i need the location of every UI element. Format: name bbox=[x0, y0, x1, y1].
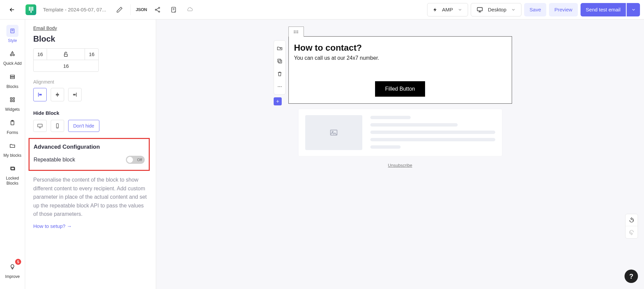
align-right-button[interactable] bbox=[68, 88, 82, 101]
nav-improve[interactable]: 5 Improve bbox=[2, 261, 22, 279]
header: Template - 2024-05-07, 07... JSON AMP De… bbox=[0, 0, 644, 19]
plus-icon bbox=[275, 99, 280, 104]
toggle-knob bbox=[127, 157, 133, 163]
nav-label: Improve bbox=[5, 274, 19, 279]
chevron-down-icon bbox=[631, 7, 636, 12]
redo-button[interactable] bbox=[626, 226, 638, 238]
share-button[interactable] bbox=[151, 3, 164, 16]
content-paragraph[interactable]: You can call us at our 24x7 number. bbox=[292, 55, 508, 61]
canvas: How to contact? You can call us at our 2… bbox=[156, 19, 644, 289]
svg-point-27 bbox=[278, 86, 278, 87]
block-toolbar bbox=[274, 40, 286, 95]
nav-label: Locked Blocks bbox=[2, 176, 22, 186]
send-dropdown-button[interactable] bbox=[627, 3, 640, 16]
cloud-sync-button[interactable] bbox=[183, 3, 196, 16]
unsubscribe-link[interactable]: Unsubscribe bbox=[288, 163, 512, 168]
svg-point-2 bbox=[158, 11, 159, 12]
add-block-button[interactable] bbox=[274, 97, 282, 105]
help-button[interactable]: ? bbox=[625, 270, 638, 283]
svg-rect-25 bbox=[279, 60, 282, 63]
toolbar-more-button[interactable] bbox=[274, 80, 286, 93]
content-heading[interactable]: How to contact? bbox=[292, 40, 508, 55]
selected-block[interactable]: How to contact? You can call us at our 2… bbox=[288, 36, 512, 104]
nav-widgets[interactable]: Widgets bbox=[2, 94, 22, 112]
back-button[interactable] bbox=[4, 2, 20, 18]
advanced-config-highlight: Advanced Configuration Repeatable block … bbox=[29, 138, 150, 171]
svg-rect-4 bbox=[477, 7, 482, 11]
style-panel: Email Body Block 16 16 16 Alignment Hide… bbox=[25, 19, 156, 289]
nav-style[interactable]: Style bbox=[2, 25, 22, 43]
cloud-icon bbox=[186, 6, 193, 13]
mobile-icon bbox=[54, 123, 60, 129]
device-label: Desktop bbox=[488, 7, 506, 12]
nav-forms[interactable]: Forms bbox=[2, 117, 22, 135]
hide-desktop-button[interactable] bbox=[33, 120, 47, 132]
repeatable-row: Repeatable block Off bbox=[34, 156, 145, 164]
desktop-icon bbox=[476, 6, 483, 13]
chevron-down-icon bbox=[458, 7, 462, 12]
chevron-down-icon bbox=[511, 7, 516, 12]
how-to-setup-link[interactable]: How to setup? → bbox=[33, 223, 72, 229]
padding-control: 16 16 16 bbox=[33, 48, 99, 72]
padding-lock-button[interactable] bbox=[47, 49, 85, 60]
copy-icon bbox=[277, 58, 283, 64]
save-button[interactable]: Save bbox=[524, 3, 546, 16]
share-icon bbox=[154, 6, 161, 13]
block-drag-handle[interactable] bbox=[288, 27, 304, 37]
repeatable-toggle[interactable]: Off bbox=[126, 156, 145, 164]
send-test-email-button[interactable]: Send test email bbox=[581, 3, 626, 16]
toggle-state-label: Off bbox=[137, 158, 142, 162]
nav-my-blocks[interactable]: My blocks bbox=[2, 140, 22, 158]
hide-mobile-button[interactable] bbox=[51, 120, 64, 132]
nav-label: Forms bbox=[7, 130, 18, 135]
edit-name-button[interactable] bbox=[113, 3, 126, 16]
bolt-icon bbox=[433, 7, 438, 12]
align-left-icon bbox=[37, 92, 43, 98]
nav-label: Style bbox=[8, 38, 17, 43]
toolbar-copy-button[interactable] bbox=[274, 55, 286, 67]
app-logo bbox=[26, 4, 36, 15]
svg-rect-22 bbox=[38, 124, 42, 127]
panel-title: Block bbox=[33, 34, 148, 44]
content-button[interactable]: Filled Button bbox=[375, 81, 425, 97]
padding-left-input[interactable]: 16 bbox=[34, 49, 47, 60]
dont-hide-button[interactable]: Don't hide bbox=[68, 120, 99, 132]
placeholder-lines bbox=[370, 115, 495, 150]
folder-icon bbox=[9, 143, 15, 149]
svg-rect-26 bbox=[278, 59, 281, 62]
toolbar-move-button[interactable] bbox=[274, 42, 286, 55]
nav-quick-add[interactable]: Quick Add bbox=[2, 48, 22, 66]
align-left-button[interactable] bbox=[33, 88, 47, 101]
shapes-icon bbox=[9, 51, 15, 57]
nav-label: My blocks bbox=[3, 153, 21, 158]
repeatable-label: Repeatable block bbox=[34, 157, 75, 163]
placeholder-block[interactable] bbox=[298, 109, 502, 156]
advanced-config-title: Advanced Configuration bbox=[34, 144, 145, 150]
svg-rect-21 bbox=[73, 94, 76, 96]
padding-bottom-input[interactable]: 16 bbox=[34, 60, 98, 71]
json-button[interactable]: JSON bbox=[135, 3, 148, 16]
align-right-icon bbox=[72, 92, 78, 98]
lightbulb-icon bbox=[9, 264, 15, 270]
undo-icon bbox=[629, 217, 635, 223]
toolbar-delete-button[interactable] bbox=[274, 67, 286, 80]
svg-rect-6 bbox=[10, 54, 12, 56]
preview-button[interactable]: Preview bbox=[549, 3, 578, 16]
notes-button[interactable] bbox=[167, 3, 180, 16]
amp-dropdown[interactable]: AMP bbox=[427, 3, 468, 16]
nav-label: Blocks bbox=[6, 84, 18, 89]
padding-right-input[interactable]: 16 bbox=[85, 49, 98, 60]
pencil-icon bbox=[116, 6, 123, 13]
nav-blocks[interactable]: Blocks bbox=[2, 71, 22, 89]
hide-block-row: Don't hide bbox=[33, 120, 148, 132]
align-center-icon bbox=[54, 92, 60, 98]
notes-icon bbox=[170, 6, 177, 13]
breadcrumb-email-body[interactable]: Email Body bbox=[33, 26, 148, 31]
undo-button[interactable] bbox=[626, 214, 638, 226]
divider bbox=[130, 4, 131, 15]
nav-label: Quick Add bbox=[3, 61, 22, 66]
nav-locked-blocks[interactable]: Locked Blocks bbox=[2, 162, 22, 186]
device-dropdown[interactable]: Desktop bbox=[471, 3, 521, 16]
align-center-button[interactable] bbox=[51, 88, 64, 101]
alignment-row bbox=[33, 88, 148, 101]
